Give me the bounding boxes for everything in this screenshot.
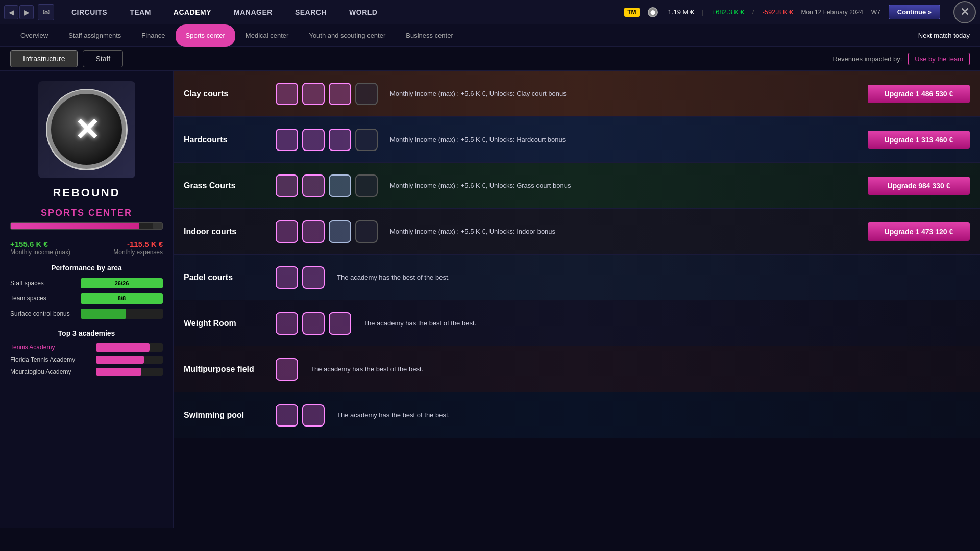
facility-square-6-0	[276, 358, 298, 381]
top3-name-0: Tennis Academy	[10, 344, 92, 351]
progress-end	[153, 222, 162, 229]
facility-square-3-0	[276, 220, 298, 243]
sub-nav-overview[interactable]: Overview	[10, 24, 58, 47]
club-logo-ring	[47, 90, 126, 169]
sub-nav-sports-center[interactable]: Sports center	[176, 24, 235, 47]
facility-desc-1: Monthly income (max) : +5.5 K €, Unlocks…	[390, 136, 868, 143]
facility-row-7: Swimming poolThe academy has the best of…	[174, 392, 980, 438]
facility-name-1: Hardcourts	[184, 135, 276, 144]
facility-squares-1	[276, 129, 378, 151]
facility-square-7-0	[276, 404, 298, 427]
balance: 1.19 M €	[668, 8, 694, 16]
upgrade-button-3[interactable]: Upgrade 1 473 120 €	[868, 222, 970, 241]
club-sports-center-label: SPORTS CENTER	[10, 208, 163, 218]
infra-tab-staff[interactable]: Staff	[83, 50, 123, 67]
facility-square-1-3	[355, 129, 378, 151]
sub-nav-finance[interactable]: Finance	[131, 24, 175, 47]
facility-square-2-1	[302, 174, 325, 197]
nav-back-button[interactable]: ◀	[4, 5, 18, 19]
club-logo-inner: ✕	[46, 89, 128, 170]
perf-staff-spaces: Staff spaces 26/26	[10, 278, 163, 288]
facility-row-1: HardcourtsMonthly income (max) : +5.5 K …	[174, 117, 980, 163]
top3-fill-2	[96, 368, 141, 376]
use-by-team-button[interactable]: Use by the team	[908, 53, 970, 65]
club-logo: ✕	[38, 81, 135, 178]
monthly-expenses: -115.5 K € Monthly expenses	[113, 240, 163, 256]
sub-nav-youth[interactable]: Youth and scouting center	[299, 24, 396, 47]
sub-nav-medical[interactable]: Medical center	[235, 24, 299, 47]
perf-staff-fill: 26/26	[81, 278, 163, 288]
facility-square-0-3	[355, 83, 378, 105]
finances-row: +155.6 K € Monthly income (max) -115.5 K…	[10, 240, 163, 256]
nav-circuits[interactable]: CIRCUITS	[60, 0, 118, 24]
facility-square-2-3	[355, 174, 378, 197]
perf-team-fill: 8/8	[81, 293, 163, 304]
top3-item-1: Florida Tennis Academy	[10, 356, 163, 364]
facility-name-2: Grass Courts	[184, 181, 276, 190]
perf-surface-bar	[81, 309, 163, 319]
facility-row-4: Padel courtsThe academy has the best of …	[174, 255, 980, 300]
facility-name-0: Clay courts	[184, 89, 276, 98]
nav-search[interactable]: SEARCH	[284, 0, 338, 24]
perf-surface-bonus: Surface control bonus	[10, 309, 163, 319]
facility-row-5: Weight RoomThe academy has the best of t…	[174, 300, 980, 346]
facility-square-5-0	[276, 312, 298, 335]
facility-squares-6	[276, 358, 298, 381]
nav-world[interactable]: WORLD	[338, 0, 388, 24]
continue-button[interactable]: Continue »	[889, 5, 940, 19]
left-panel: ✕ REBOUND SPORTS CENTER +155.6 K € Month…	[0, 71, 174, 528]
top3-item-0: Tennis Academy	[10, 343, 163, 352]
nav-team[interactable]: TEAM	[118, 0, 162, 24]
sub-nav-staff[interactable]: Staff assignments	[58, 24, 131, 47]
club-rebound-text: REBOUND	[10, 186, 163, 199]
nav-forward-button[interactable]: ▶	[19, 5, 34, 19]
facility-square-4-0	[276, 266, 298, 289]
expenses-value: -115.5 K €	[113, 240, 163, 248]
upgrade-button-2[interactable]: Upgrade 984 330 €	[868, 177, 970, 195]
next-match-label[interactable]: Next match today	[918, 32, 970, 39]
facility-squares-4	[276, 266, 325, 289]
right-content: Clay courtsMonthly income (max) : +5.6 K…	[174, 71, 980, 528]
date-info: Mon 12 February 2024	[801, 9, 863, 16]
facility-square-5-1	[302, 312, 325, 335]
main-nav-items: CIRCUITS TEAM ACADEMY MANAGER SEARCH WOR…	[60, 0, 624, 24]
facility-name-7: Swimming pool	[184, 411, 276, 420]
facility-square-2-0	[276, 174, 298, 197]
top3-bar-2	[96, 368, 163, 376]
facility-square-3-1	[302, 220, 325, 243]
facility-name-4: Padel courts	[184, 273, 276, 282]
sub-nav-business[interactable]: Business center	[396, 24, 463, 47]
facility-name-5: Weight Room	[184, 319, 276, 328]
nav-manager[interactable]: MANAGER	[223, 0, 284, 24]
facility-squares-0	[276, 83, 378, 105]
infra-tab-infrastructure[interactable]: Infrastructure	[10, 50, 78, 67]
tm-badge: TM	[624, 8, 639, 17]
facility-square-3-3	[355, 220, 378, 243]
facility-square-7-1	[302, 404, 325, 427]
perf-surface-fill	[81, 309, 126, 319]
revenues-label: Revenues impacted by:	[832, 55, 902, 63]
facility-squares-3	[276, 220, 378, 243]
sub-nav: Overview Staff assignments Finance Sport…	[0, 24, 980, 47]
mail-button[interactable]: ✉	[38, 4, 54, 20]
perf-team-spaces: Team spaces 8/8	[10, 293, 163, 304]
nav-right: TM ⬤ 1.19 M € | +682.3 K € / -592.8 K € …	[624, 1, 976, 23]
facility-square-0-0	[276, 83, 298, 105]
expenses-label: Monthly expenses	[113, 248, 163, 256]
nav-academy[interactable]: ACADEMY	[162, 0, 223, 24]
perf-surface-label: Surface control bonus	[10, 310, 77, 317]
facility-name-6: Multipurpose field	[184, 365, 276, 374]
progress-bar-fill	[11, 223, 139, 229]
facility-desc-3: Monthly income (max) : +5.5 K €, Unlocks…	[390, 228, 868, 235]
facility-name-3: Indoor courts	[184, 227, 276, 236]
upgrade-button-1[interactable]: Upgrade 1 313 460 €	[868, 131, 970, 149]
facility-square-3-2	[329, 220, 351, 243]
facility-row-6: Multipurpose fieldThe academy has the be…	[174, 346, 980, 392]
income-value: +155.6 K €	[10, 240, 70, 248]
facility-square-0-2	[329, 83, 351, 105]
main-layout: ✕ REBOUND SPORTS CENTER +155.6 K € Month…	[0, 71, 980, 528]
facility-square-1-1	[302, 129, 325, 151]
facility-square-4-1	[302, 266, 325, 289]
facility-row-2: Grass CourtsMonthly income (max) : +5.6 …	[174, 163, 980, 209]
upgrade-button-0[interactable]: Upgrade 1 486 530 €	[868, 85, 970, 103]
